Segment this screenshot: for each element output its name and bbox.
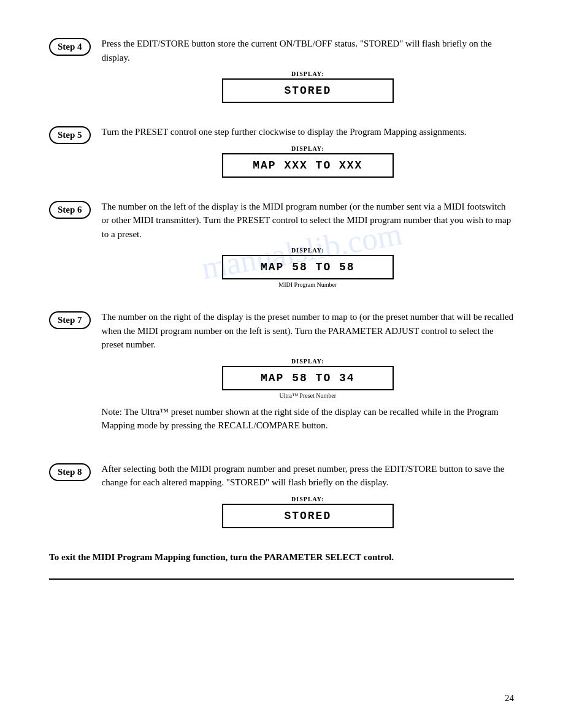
step8-display-wrapper: DISPLAY: STORED [102, 496, 514, 528]
step4-text: Press the EDIT/STORE button store the cu… [102, 37, 514, 64]
step5-row: Step 5 Turn the PRESET control one step … [49, 125, 514, 183]
step7-content: The number on the right of the display i… [102, 310, 514, 445]
step7-display-label: DISPLAY: [291, 358, 324, 365]
step7-note: Note: The Ultra™ preset number shown at … [102, 405, 514, 433]
page-number: 24 [505, 693, 514, 703]
step5-display-box: MAP XXX TO XXX [222, 153, 394, 178]
step8-display-box: STORED [222, 504, 394, 528]
step8-display-label: DISPLAY: [291, 496, 324, 502]
step7-badge: Step 7 [49, 311, 91, 329]
step6-text: The number on the left of the display is… [102, 200, 514, 241]
step4-display-box: STORED [222, 78, 394, 103]
step4-display-wrapper: DISPLAY: STORED [102, 70, 514, 103]
step5-text: Turn the PRESET control one step further… [102, 125, 514, 139]
step6-display-caption: MIDI Program Number [278, 281, 337, 288]
step7-row: Step 7 The number on the right of the di… [49, 310, 514, 445]
step5-display-label: DISPLAY: [291, 145, 324, 152]
step7-display-box: MAP 58 TO 34 [222, 366, 394, 390]
step6-display-box: MAP 58 TO 58 [222, 255, 394, 279]
step7-display-wrapper: DISPLAY: MAP 58 TO 34 Ultra™ Preset Numb… [102, 358, 514, 399]
step4-row: Step 4 Press the EDIT/STORE button store… [49, 37, 514, 108]
step6-display-label: DISPLAY: [291, 247, 324, 254]
step6-display-wrapper: DISPLAY: MAP 58 TO 58 MIDI Program Numbe… [102, 247, 514, 288]
step5-display-wrapper: DISPLAY: MAP XXX TO XXX [102, 145, 514, 178]
step6-content: The number on the left of the display is… [102, 200, 514, 294]
step4-content: Press the EDIT/STORE button store the cu… [102, 37, 514, 108]
step8-badge: Step 8 [49, 463, 91, 481]
step7-text: The number on the right of the display i… [102, 310, 514, 352]
exit-note: To exit the MIDI Program Mapping functio… [49, 550, 514, 564]
step5-content: Turn the PRESET control one step further… [102, 125, 514, 183]
step8-row: Step 8 After selecting both the MIDI pro… [49, 462, 514, 533]
page-content: manualslib.com Step 4 Press the EDIT/STO… [49, 37, 514, 580]
step6-row: Step 6 The number on the left of the dis… [49, 200, 514, 294]
step8-content: After selecting both the MIDI program nu… [102, 462, 514, 533]
step4-badge: Step 4 [49, 38, 91, 56]
bottom-line [49, 578, 514, 580]
step4-display-label: DISPLAY: [291, 70, 324, 77]
step7-display-caption: Ultra™ Preset Number [280, 392, 337, 399]
step8-text: After selecting both the MIDI program nu… [102, 462, 514, 490]
step5-badge: Step 5 [49, 126, 91, 144]
step6-badge: Step 6 [49, 201, 91, 219]
